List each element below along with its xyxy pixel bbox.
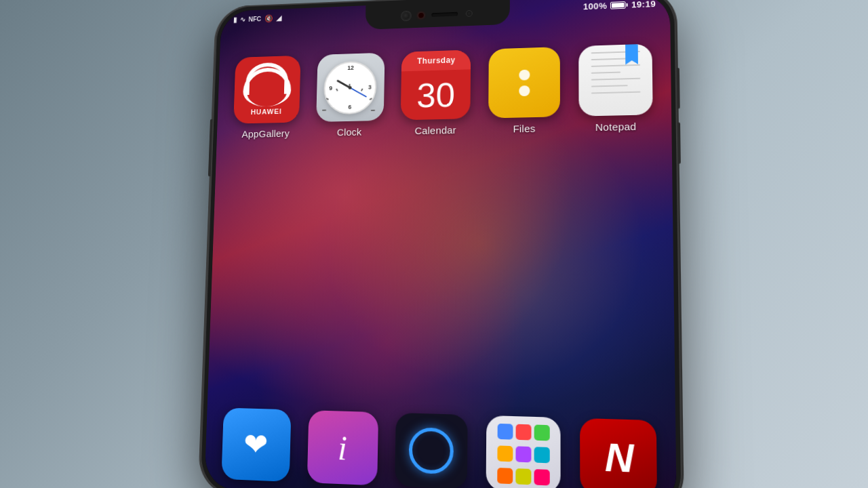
app-item-clock[interactable]: 12 3 6 9 Clock [309, 52, 392, 138]
app-item-folder[interactable] [479, 415, 569, 488]
calendar-header: Thursday [401, 49, 471, 71]
phone-body: ▮ ∿ NFC 🔇 ◢ 100% 19:19 [199, 0, 683, 488]
earpiece-speaker [431, 12, 458, 17]
clock-time: 19:19 [631, 0, 656, 9]
ir-sensor [466, 10, 473, 17]
nfc-icon: NFC [248, 16, 261, 23]
files-app-icon[interactable] [488, 47, 560, 118]
circle-ring-graphic [409, 427, 454, 474]
clock-face: 12 3 6 9 [323, 60, 377, 115]
app-item-appgallery[interactable]: HUAWEI AppGallery [226, 55, 307, 140]
sim-icon: ▮ [233, 16, 237, 24]
calendar-day-number: 30 [416, 77, 455, 113]
wifi-icon: ∿ [240, 16, 246, 24]
app-item-streaming[interactable]: N [572, 418, 666, 488]
calendar-day-name: Thursday [417, 56, 456, 66]
streaming-app-icon[interactable]: N [580, 418, 657, 488]
calendar-body: 30 [401, 69, 471, 120]
assistant-app-icon[interactable] [395, 413, 469, 488]
tips-letter: i [338, 427, 348, 468]
app-item-tips[interactable]: i [300, 410, 386, 486]
app-item-health[interactable]: ❤ [214, 407, 298, 482]
app-grid-row2: ❤ i [204, 407, 676, 488]
app-item-notepad[interactable]: Notepad [571, 43, 660, 134]
battery-percent: 100% [583, 1, 607, 12]
notepad-app-icon[interactable] [578, 43, 652, 116]
power-button[interactable] [677, 68, 680, 108]
app-grid-row1: HUAWEI AppGallery [217, 30, 672, 140]
proximity-sensor [418, 13, 424, 18]
appgallery-label: AppGallery [241, 127, 290, 139]
folder-app-icon[interactable] [486, 415, 561, 488]
files-dots-graphic [519, 69, 530, 96]
files-label: Files [513, 123, 535, 134]
clock-minute-hand [350, 87, 367, 97]
app-item-files[interactable]: Files [481, 47, 568, 136]
battery-icon [610, 1, 628, 9]
mute-icon: 🔇 [264, 14, 273, 22]
appgallery-icon[interactable]: HUAWEI [233, 56, 300, 124]
front-camera [401, 12, 411, 21]
calendar-label: Calendar [414, 124, 456, 136]
volume-down-button[interactable] [677, 123, 681, 164]
huawei-brand-text: HUAWEI [251, 107, 282, 115]
calendar-app-icon[interactable]: Thursday 30 [401, 49, 471, 120]
signal-icon: ◢ [276, 14, 281, 22]
notepad-label: Notepad [595, 121, 637, 133]
screen: ▮ ∿ NFC 🔇 ◢ 100% 19:19 [204, 0, 676, 488]
volume-up-button[interactable] [208, 119, 213, 176]
scene: ▮ ∿ NFC 🔇 ◢ 100% 19:19 [0, 0, 868, 488]
health-heart-icon: ❤ [243, 428, 269, 460]
tips-app-icon[interactable]: i [307, 410, 378, 485]
clock-app-icon[interactable]: 12 3 6 9 [316, 53, 384, 122]
app-item-calendar[interactable]: Thursday 30 Calendar [393, 49, 478, 137]
streaming-letter: N [605, 434, 632, 481]
clock-label: Clock [337, 126, 362, 138]
health-app-icon[interactable]: ❤ [221, 407, 291, 481]
app-item-assistant[interactable] [388, 413, 476, 488]
